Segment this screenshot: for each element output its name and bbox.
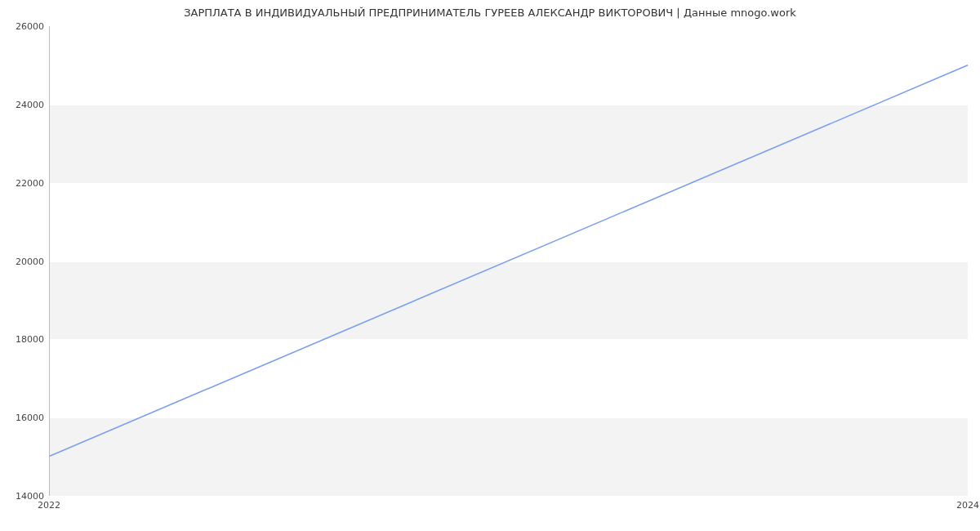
grid-line	[50, 496, 968, 497]
x-tick-label: 2022	[38, 500, 60, 511]
chart-container: ЗАРПЛАТА В ИНДИВИДУАЛЬНЫЙ ПРЕДПРИНИМАТЕЛ…	[0, 0, 980, 531]
y-tick-label: 20000	[7, 256, 44, 266]
y-tick-label: 26000	[7, 21, 44, 32]
chart-title: ЗАРПЛАТА В ИНДИВИДУАЛЬНЫЙ ПРЕДПРИНИМАТЕЛ…	[0, 7, 980, 19]
x-tick-label: 2024	[956, 500, 979, 511]
y-tick-label: 18000	[7, 334, 44, 345]
y-tick-label: 22000	[7, 177, 44, 188]
line-series	[50, 26, 968, 495]
y-tick-label: 16000	[7, 413, 44, 423]
plot-area	[49, 26, 968, 496]
y-tick-label: 24000	[7, 99, 44, 109]
